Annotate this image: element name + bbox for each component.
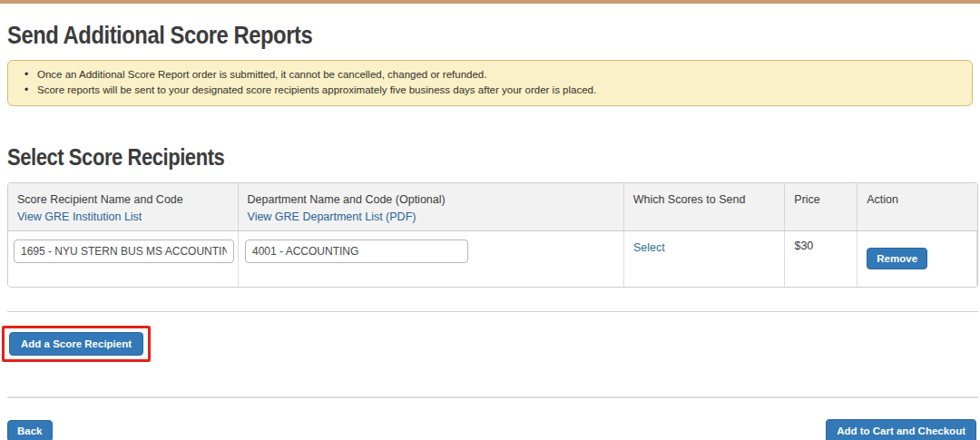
table-header-row: Score Recipient Name and Code View GRE I… <box>8 183 977 230</box>
add-to-cart-checkout-button[interactable]: Add to Cart and Checkout <box>826 419 976 440</box>
price-value: $30 <box>794 240 813 252</box>
cell-department <box>239 231 624 287</box>
notice-list: Once an Additional Score Report order is… <box>17 67 963 98</box>
remove-button[interactable]: Remove <box>867 248 927 269</box>
header-price-label: Price <box>794 191 848 209</box>
divider <box>7 396 978 398</box>
header-department-label: Department Name and Code (Optional) <box>248 191 614 209</box>
notice-item: Once an Additional Score Report order is… <box>17 67 963 83</box>
cell-price: $30 <box>785 231 858 287</box>
add-recipient-area: Add a Score Recipient <box>7 326 973 362</box>
header-recipient-label: Score Recipient Name and Code <box>17 191 229 209</box>
divider <box>7 311 978 312</box>
header-scores: Which Scores to Send <box>624 183 786 230</box>
header-action-label: Action <box>867 191 968 209</box>
add-score-recipient-button[interactable]: Add a Score Recipient <box>9 332 143 356</box>
notice-banner: Once an Additional Score Report order is… <box>7 60 973 106</box>
cell-scores: Select <box>624 231 786 287</box>
recipient-name-input[interactable] <box>14 240 234 263</box>
highlight-box: Add a Score Recipient <box>2 326 151 362</box>
header-action: Action <box>858 183 977 230</box>
header-price: Price <box>785 183 858 230</box>
page-container: Send Additional Score Reports Once an Ad… <box>0 22 980 440</box>
footer-actions: Back Add to Cart and Checkout <box>7 419 976 440</box>
header-scores-label: Which Scores to Send <box>633 191 776 209</box>
view-department-list-link[interactable]: View GRE Department List (PDF) <box>248 209 416 226</box>
notice-item: Score reports will be sent to your desig… <box>17 83 963 98</box>
recipients-table: Score Recipient Name and Code View GRE I… <box>7 182 978 288</box>
view-institution-list-link[interactable]: View GRE Institution List <box>17 209 142 226</box>
back-button[interactable]: Back <box>7 420 53 440</box>
header-department: Department Name and Code (Optional) View… <box>239 183 624 230</box>
page-title: Send Additional Score Reports <box>7 22 857 50</box>
header-recipient: Score Recipient Name and Code View GRE I… <box>8 183 239 230</box>
cell-recipient <box>8 231 239 287</box>
table-row: Select $30 Remove <box>8 230 977 287</box>
section-title: Select Score Recipients <box>7 144 857 171</box>
top-accent-strip <box>0 0 980 4</box>
select-scores-link[interactable]: Select <box>633 240 665 257</box>
cell-action: Remove <box>858 231 977 287</box>
department-name-input[interactable] <box>245 240 468 263</box>
